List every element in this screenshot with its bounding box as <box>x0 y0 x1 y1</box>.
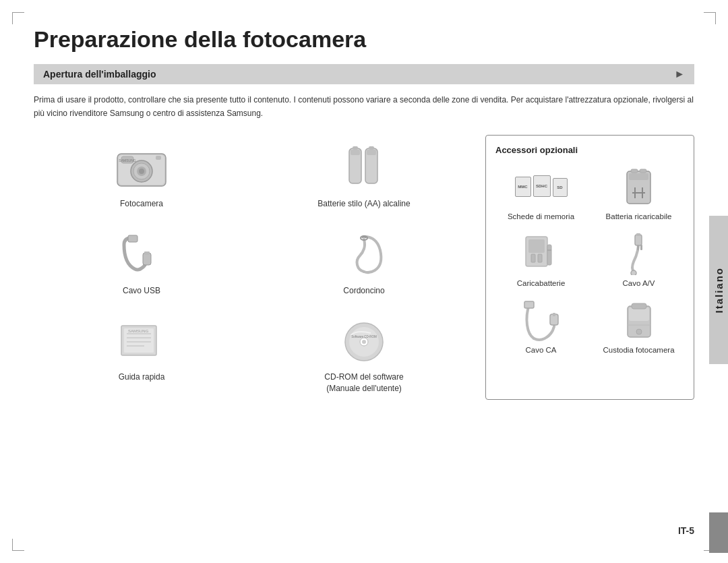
corner-mark-tl <box>12 12 24 24</box>
svg-rect-33 <box>640 169 646 173</box>
svg-rect-17 <box>144 251 150 255</box>
sidebar-language-tab: Italiano <box>709 216 728 364</box>
page-number: IT-5 <box>678 525 694 536</box>
svg-rect-47 <box>637 245 639 250</box>
caricabatterie-label: Caricabatterie <box>517 279 566 287</box>
svg-rect-34 <box>629 173 648 180</box>
cavo-av-label: Cavo A/V <box>623 279 655 287</box>
svg-text:SAMSUNG: SAMSUNG <box>119 158 135 162</box>
intro-text: Prima di usare il prodotto, controllare … <box>34 94 694 119</box>
svg-rect-10 <box>353 146 358 150</box>
schede-label: Schede di memoria <box>508 212 574 220</box>
custodia-label: Custodia fotocamera <box>603 346 674 354</box>
fotocamera-image: SAMSUNG <box>111 140 172 194</box>
accessory-cavo-av: Cavo A/V <box>593 231 684 287</box>
svg-rect-54 <box>632 303 646 309</box>
svg-rect-48 <box>640 245 642 250</box>
body-layout: SAMSUNG Fotocamera <box>34 135 694 400</box>
cavo-usb-image <box>111 227 172 281</box>
item-cdrom: Software CD-ROM CD-ROM del software (Man… <box>256 308 472 400</box>
cordoncino-image <box>334 227 394 281</box>
page-title: Preparazione della fotocamera <box>34 27 694 52</box>
svg-point-56 <box>636 329 642 334</box>
batteria-ricaricabile-label: Batteria ricaricabile <box>606 212 672 220</box>
accessories-title: Accessori opzionali <box>495 145 684 155</box>
cavo-ca-image <box>514 298 568 342</box>
cavo-ca-label: Cavo CA <box>525 346 556 354</box>
svg-rect-11 <box>351 150 360 155</box>
item-cavo-usb: Cavo USB <box>34 222 249 302</box>
svg-point-5 <box>139 169 144 174</box>
section-header: Apertura dell'imballaggio ► <box>34 64 694 84</box>
svg-rect-41 <box>538 254 542 262</box>
sidebar-label: Italiano <box>713 267 725 314</box>
item-fotocamera: SAMSUNG Fotocamera <box>34 135 249 215</box>
svg-rect-42 <box>547 245 551 265</box>
batterie-image <box>334 140 394 194</box>
svg-rect-32 <box>631 169 638 173</box>
svg-rect-45 <box>635 235 642 245</box>
svg-rect-14 <box>367 150 376 155</box>
svg-rect-7 <box>156 156 161 160</box>
batterie-label: Batterie stilo (AA) alcaline <box>317 198 410 210</box>
corner-mark-bl <box>12 539 24 551</box>
item-batterie: Batterie stilo (AA) alcaline <box>256 135 472 215</box>
page-container: Italiano Preparazione della fotocamera A… <box>0 0 728 563</box>
corner-mark-tr <box>704 12 716 24</box>
item-cordoncino: Cordoncino <box>256 222 472 302</box>
svg-text:Software CD-ROM: Software CD-ROM <box>351 335 377 338</box>
left-items-grid: SAMSUNG Fotocamera <box>34 135 472 400</box>
svg-rect-46 <box>636 233 640 236</box>
svg-rect-51 <box>553 313 555 316</box>
caricabatterie-image <box>514 231 568 275</box>
fotocamera-label: Fotocamera <box>120 198 163 210</box>
svg-rect-53 <box>629 307 649 321</box>
svg-rect-40 <box>531 254 535 262</box>
main-content: Preparazione della fotocamera Apertura d… <box>34 27 694 536</box>
schede-image: MMC SDHC SD <box>514 165 568 208</box>
cdrom-label: CD-ROM del software (Manuale dell'utente… <box>324 372 403 394</box>
svg-rect-13 <box>369 146 374 150</box>
svg-text:SAMSUNG: SAMSUNG <box>128 329 149 333</box>
guida-label: Guida rapida <box>119 372 165 383</box>
memory-cards-group: MMC SDHC SD <box>515 175 568 197</box>
bottom-tab <box>709 512 728 553</box>
svg-rect-49 <box>524 301 534 308</box>
svg-rect-15 <box>128 235 138 242</box>
item-guida: SAMSUNG Guida rapida <box>34 308 249 400</box>
cdrom-image: Software CD-ROM <box>334 314 394 367</box>
accessories-grid: MMC SDHC SD Schede di memoria <box>495 165 684 354</box>
section-header-title: Apertura dell'imballaggio <box>43 69 156 80</box>
guida-image: SAMSUNG <box>111 314 172 367</box>
accessory-batteria: Batteria ricaricabile <box>593 165 684 220</box>
cavo-av-image <box>612 231 666 275</box>
svg-point-44 <box>631 270 636 275</box>
svg-point-29 <box>362 340 366 344</box>
cordoncino-label: Cordoncino <box>343 285 384 297</box>
accessory-caricabatterie: Caricabatterie <box>495 231 586 287</box>
svg-rect-39 <box>528 239 545 253</box>
accessory-cavo-ca: Cavo CA <box>495 298 586 354</box>
accessories-box: Accessori opzionali MMC SDHC SD Schede d… <box>485 135 694 400</box>
custodia-image <box>612 298 666 342</box>
cavo-usb-label: Cavo USB <box>123 285 160 297</box>
accessory-schede: MMC SDHC SD Schede di memoria <box>495 165 586 220</box>
batteria-ricaricabile-image <box>612 165 666 208</box>
accessory-custodia: Custodia fotocamera <box>593 298 684 354</box>
section-header-arrow: ► <box>674 68 685 80</box>
